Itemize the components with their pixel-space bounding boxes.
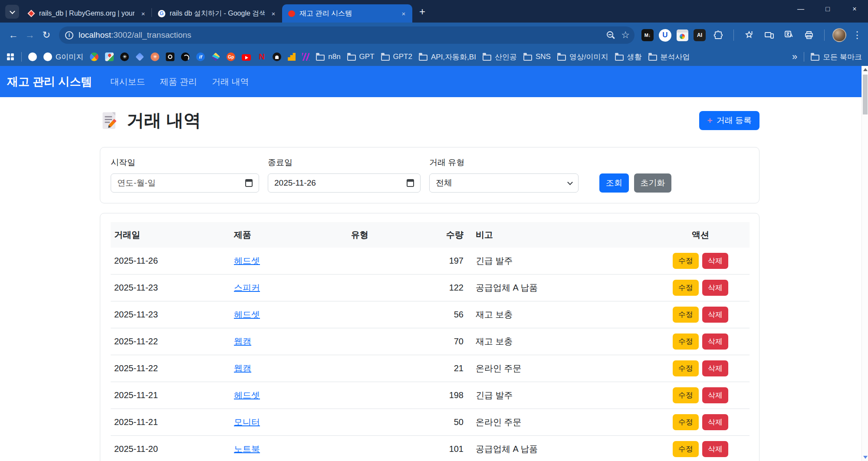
delete-button[interactable]: 삭제 [702,280,728,296]
bookmark-star-icon[interactable]: ☆ [619,29,632,41]
ai-extension-icon[interactable]: AI [694,29,706,41]
search-button[interactable]: 조회 [599,173,629,193]
edit-button[interactable]: 수정 [673,441,699,457]
delete-button[interactable]: 삭제 [702,360,728,376]
minimize-button[interactable]: — [787,0,814,18]
bookmark-item[interactable]: G이미지 [43,52,83,62]
bookmark-icon-item[interactable] [6,52,15,61]
bookmark-item[interactable]: n8n [316,52,340,61]
bookmark-item[interactable]: 생활 [615,52,642,62]
bookmark-icon-item[interactable] [105,52,114,61]
edit-button[interactable]: 수정 [673,307,699,323]
edit-button[interactable]: 수정 [673,253,699,269]
tab-search-button[interactable] [5,5,19,19]
nav-link-대시보드[interactable]: 대시보드 [110,76,145,88]
product-link[interactable]: 웹캠 [234,363,251,373]
bookmark-icon-item[interactable] [120,52,129,61]
bookmark-icon-item[interactable] [28,52,37,61]
bookmark-item[interactable]: SNS [523,52,551,61]
bookmark-icon-item[interactable] [166,52,174,61]
scroll-down-arrow[interactable] [863,456,868,459]
delete-button[interactable]: 삭제 [702,387,728,403]
back-button[interactable]: ← [5,27,22,43]
product-link[interactable]: 헤드셋 [234,390,260,400]
address-bar[interactable]: i localhost:3002/all_transactions ☆ [59,26,635,44]
forward-button[interactable]: → [22,27,38,43]
bookmark-icon-item[interactable] [242,53,251,61]
close-button[interactable]: × [841,0,868,18]
bookmark-icon-item[interactable] [211,52,220,61]
store-extension-icon[interactable] [677,29,688,41]
product-link[interactable]: 헤드셋 [234,256,260,265]
delete-button[interactable]: 삭제 [702,441,728,457]
ublock-extension-icon[interactable]: U [659,29,671,42]
zoom-out-icon[interactable] [606,30,615,40]
delete-button[interactable]: 삭제 [702,307,728,323]
tab-close-icon[interactable]: × [269,9,278,18]
bookmark-icon-item[interactable] [151,52,159,61]
browser-tab[interactable]: rails_db | RubyGems.org | your× [22,4,152,23]
delete-button[interactable]: 삭제 [702,253,728,269]
app-brand[interactable]: 재고 관리 시스템 [7,74,92,89]
new-tab-button[interactable]: + [415,4,430,19]
start-date-input[interactable] [117,178,245,188]
bookmark-icon-item[interactable] [181,52,190,61]
bookmark-icon-item[interactable] [227,52,235,61]
bookmark-item[interactable]: 영상/이미지 [557,52,608,62]
site-info-icon[interactable]: i [65,31,73,39]
tab-close-icon[interactable]: × [139,9,148,18]
calendar-icon[interactable] [407,179,414,187]
bookmarks-overflow-chevron[interactable]: » [792,51,797,62]
print-icon[interactable] [802,28,816,43]
transaction-type-select[interactable]: 전체 [429,173,579,193]
delete-button[interactable]: 삭제 [702,414,728,430]
bookmark-item[interactable]: 산인공 [483,52,517,62]
tab-close-icon[interactable]: × [399,9,408,18]
browser-tab[interactable]: 재고 관리 시스템× [282,4,412,23]
reset-button[interactable]: 초기화 [634,173,671,193]
bookmark-icon-item[interactable] [288,53,296,61]
calendar-icon[interactable] [245,179,253,187]
edit-button[interactable]: 수정 [673,280,699,296]
bookmark-icon-item[interactable] [135,52,144,61]
bookmark-item[interactable]: API,자동화,BI [419,52,476,62]
product-link[interactable]: 노트북 [234,444,260,454]
reload-button[interactable]: ↻ [38,27,55,43]
bookmark-item[interactable]: GPT2 [381,52,412,61]
end-date-input[interactable] [274,178,407,188]
maximize-button[interactable]: □ [814,0,841,18]
markdown-extension-icon[interactable]: M↓ [641,29,654,41]
translate-icon[interactable] [782,28,796,43]
browser-menu-icon[interactable]: ⋮ [852,29,863,41]
start-date-field[interactable] [111,173,259,193]
product-link[interactable]: 헤드셋 [234,310,260,319]
nav-link-거래내역[interactable]: 거래 내역 [212,76,249,88]
bookmark-icon-item[interactable] [257,52,266,61]
product-link[interactable]: 웹캠 [234,337,251,346]
browser-tab[interactable]: Grails db 설치하기 - Google 검색× [152,4,282,23]
product-link[interactable]: 모니터 [234,417,260,427]
bookmark-icon-item[interactable] [90,52,99,61]
edit-button[interactable]: 수정 [673,360,699,376]
edit-button[interactable]: 수정 [673,387,699,403]
nav-link-제품관리[interactable]: 제품 관리 [160,76,197,88]
bookmark-icon-item[interactable] [273,52,281,61]
bookmark-item[interactable]: GPT [347,52,375,61]
all-bookmarks-button[interactable]: 모든 북마크 [811,52,862,62]
bookmark-manager-icon[interactable] [742,28,756,43]
bookmark-item[interactable]: 분석사업 [648,52,690,62]
extensions-puzzle-icon[interactable] [711,28,726,43]
profile-avatar[interactable] [832,28,846,42]
page-scrollbar[interactable] [861,66,868,461]
product-link[interactable]: 스피커 [234,283,260,292]
end-date-field[interactable] [268,173,421,193]
bookmark-icon-item[interactable] [196,52,205,61]
scrollbar-thumb[interactable] [863,75,868,114]
edit-button[interactable]: 수정 [673,333,699,350]
edit-button[interactable]: 수정 [673,414,699,430]
scroll-up-arrow[interactable] [863,68,868,71]
add-transaction-button[interactable]: + 거래 등록 [699,111,760,130]
delete-button[interactable]: 삭제 [702,333,728,350]
bookmark-icon-item[interactable] [302,53,309,61]
devices-icon[interactable] [762,28,776,43]
